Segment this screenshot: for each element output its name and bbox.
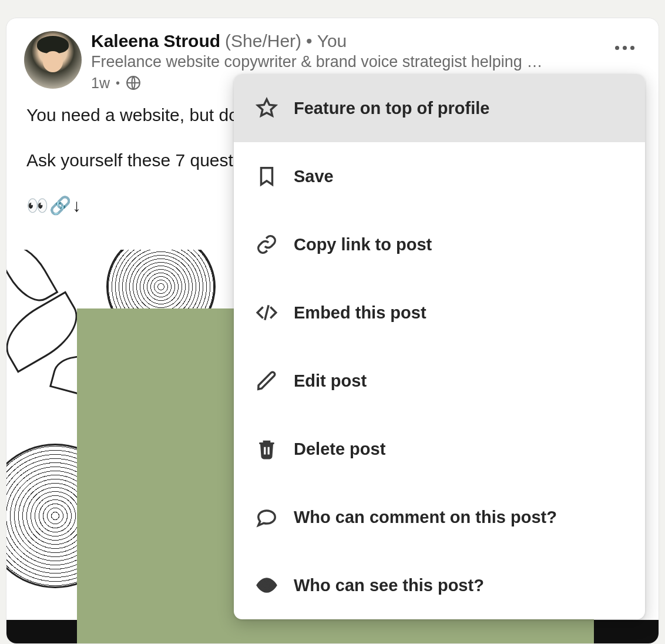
link-icon [255,233,278,256]
star-icon [255,96,278,120]
author-line: Kaleena Stroud (She/Her) • You [91,31,641,51]
menu-item-label: Embed this post [294,303,426,323]
code-icon [255,301,278,324]
svg-point-2 [265,583,268,587]
menu-item-save[interactable]: Save [234,142,645,210]
menu-item-copy-link[interactable]: Copy link to post [234,210,645,279]
menu-item-label: Delete post [294,440,385,459]
menu-item-who-see[interactable]: Who can see this post? [234,551,645,619]
menu-item-edit[interactable]: Edit post [234,347,645,415]
menu-item-label: Edit post [294,371,367,391]
menu-item-feature[interactable]: Feature on top of profile [234,74,645,142]
meta-separator: • [116,76,120,90]
menu-item-who-comment[interactable]: Who can comment on this post? [234,483,645,551]
globe-icon [126,75,141,90]
more-options-button[interactable] [612,35,637,61]
eye-icon [255,573,278,597]
you-label: You [317,31,347,51]
menu-item-delete[interactable]: Delete post [234,415,645,483]
author-headline: Freelance website copywriter & brand voi… [91,52,549,72]
author-avatar[interactable] [24,31,82,89]
menu-item-label: Save [294,167,334,186]
menu-item-embed[interactable]: Embed this post [234,279,645,347]
bookmark-icon [255,165,278,188]
menu-item-label: Who can see this post? [294,576,484,595]
comment-icon [255,505,278,529]
menu-item-label: Copy link to post [294,235,432,254]
trash-icon [255,437,278,461]
pencil-icon [255,369,278,393]
post-age: 1w [91,75,110,92]
author-pronouns: (She/Her) [225,31,301,51]
menu-item-label: Who can comment on this post? [294,508,557,527]
menu-item-label: Feature on top of profile [294,99,490,118]
separator: • [306,31,313,51]
post-options-menu: Feature on top of profile Save Copy link… [234,74,645,619]
author-name[interactable]: Kaleena Stroud [91,31,220,51]
